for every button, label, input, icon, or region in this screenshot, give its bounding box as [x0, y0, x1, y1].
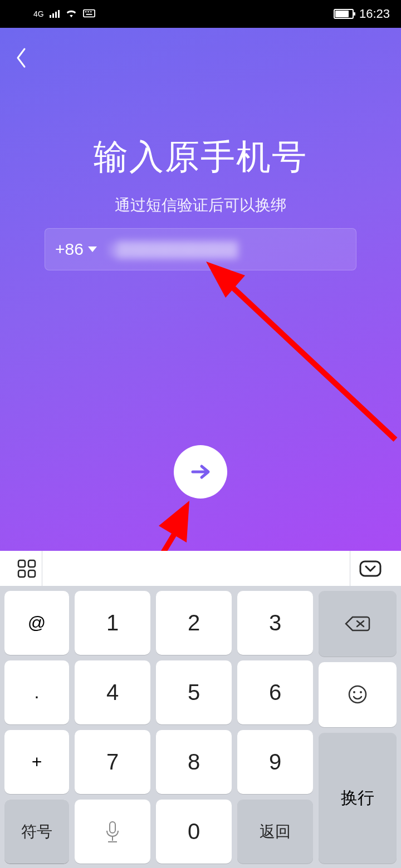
key-3[interactable]: 3 [237, 591, 313, 655]
svg-rect-10 [28, 570, 35, 577]
status-right: 16:23 [334, 7, 390, 21]
microphone-icon [104, 820, 121, 844]
key-return[interactable]: 返回 [237, 800, 313, 864]
status-bar: 4G 16:23 [0, 0, 401, 28]
key-dot[interactable]: . [4, 660, 69, 724]
chevron-left-icon [14, 47, 28, 69]
key-0[interactable]: 0 [156, 800, 232, 864]
annotation-arrow-1 [195, 245, 401, 445]
chevron-down-icon [359, 560, 382, 577]
svg-rect-4 [86, 13, 92, 14]
key-6[interactable]: 6 [237, 660, 313, 724]
phone-input[interactable] [107, 238, 346, 260]
svg-marker-6 [159, 501, 189, 542]
country-code-label: +86 [55, 240, 84, 259]
svg-rect-2 [87, 11, 89, 12]
keyboard-keys: @ . + - 1 2 3 4 5 6 7 8 9 符号 0 返回 [0, 586, 401, 868]
caret-down-icon [88, 246, 97, 252]
key-9[interactable]: 9 [237, 730, 313, 794]
network-type: 4G [33, 10, 44, 18]
key-voice[interactable] [75, 800, 150, 864]
key-1[interactable]: 1 [75, 591, 150, 655]
svg-point-15 [360, 691, 362, 693]
svg-rect-12 [110, 822, 115, 833]
svg-rect-11 [360, 561, 380, 576]
svg-rect-0 [84, 9, 95, 17]
status-left: 4G [33, 8, 95, 21]
signal-bars-icon [50, 10, 60, 18]
keyboard-menu-button[interactable] [11, 551, 42, 586]
svg-rect-3 [90, 11, 92, 12]
arrow-right-icon [188, 460, 213, 484]
key-emoji[interactable] [319, 662, 397, 728]
key-8[interactable]: 8 [156, 730, 232, 794]
function-column: 换行 [319, 591, 397, 864]
key-plus[interactable]: + [4, 730, 69, 794]
page-subtitle: 通过短信验证后可以换绑 [0, 195, 401, 216]
wifi-icon [65, 8, 77, 21]
key-2[interactable]: 2 [156, 591, 232, 655]
battery-icon [334, 9, 354, 19]
app-body: 输入原手机号 通过短信验证后可以换绑 +86 [0, 28, 401, 551]
phone-field-container: +86 [45, 228, 356, 270]
key-enter[interactable]: 换行 [319, 733, 397, 864]
key-backspace[interactable] [319, 591, 397, 657]
key-at[interactable]: @ [4, 591, 69, 655]
svg-point-14 [353, 691, 355, 693]
svg-rect-7 [18, 560, 25, 567]
key-symbols[interactable]: 符号 [4, 800, 69, 864]
back-button[interactable] [14, 47, 37, 69]
key-5[interactable]: 5 [156, 660, 232, 724]
svg-rect-8 [28, 560, 35, 567]
smile-icon [348, 684, 368, 704]
keyboard-collapse-button[interactable] [350, 551, 390, 586]
svg-rect-9 [18, 570, 25, 577]
key-4[interactable]: 4 [75, 660, 150, 724]
ime-icon [83, 8, 95, 21]
svg-rect-1 [85, 11, 86, 12]
country-code-selector[interactable]: +86 [55, 240, 97, 259]
grid-icon [17, 559, 36, 578]
key-7[interactable]: 7 [75, 730, 150, 794]
clock: 16:23 [359, 7, 390, 21]
page-title: 输入原手机号 [0, 134, 401, 180]
submit-button[interactable] [174, 445, 227, 499]
numeric-keyboard: @ . + - 1 2 3 4 5 6 7 8 9 符号 0 返回 [0, 551, 401, 868]
backspace-icon [345, 615, 370, 633]
svg-point-13 [349, 686, 366, 703]
keyboard-toolbar [0, 551, 401, 586]
